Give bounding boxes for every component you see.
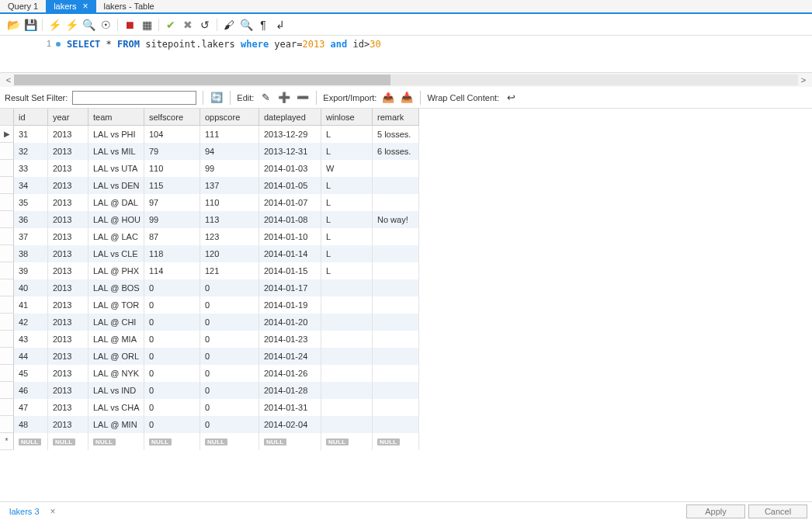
- cell-null[interactable]: NULL: [48, 433, 88, 450]
- cell[interactable]: 0: [200, 296, 259, 314]
- cell[interactable]: 39: [14, 262, 48, 279]
- table-row[interactable]: 322013LAL vs MIL79942013-12-31L6 losses.: [14, 143, 419, 160]
- cell[interactable]: [373, 160, 419, 177]
- cell[interactable]: 34: [14, 177, 48, 194]
- cell[interactable]: 2013-12-31: [259, 143, 321, 160]
- cell-null[interactable]: NULL: [200, 433, 259, 450]
- cell[interactable]: 2013: [48, 331, 88, 348]
- new-row[interactable]: NULLNULLNULLNULLNULLNULLNULLNULL: [14, 433, 419, 450]
- table-row[interactable]: 442013LAL @ ORL002014-01-24: [14, 348, 419, 365]
- result-tab[interactable]: lakers 3: [5, 505, 44, 518]
- cell[interactable]: 0: [200, 399, 259, 416]
- insert-row-icon[interactable]: ➕: [277, 91, 291, 105]
- cell[interactable]: [321, 365, 373, 382]
- cell[interactable]: LAL @ BOS: [88, 279, 144, 296]
- cell[interactable]: 2013: [48, 160, 88, 177]
- cell-null[interactable]: NULL: [259, 433, 321, 450]
- cell[interactable]: LAL @ MIN: [88, 416, 144, 433]
- table-row[interactable]: 422013LAL @ CHI002014-01-20: [14, 314, 419, 331]
- delete-row-icon[interactable]: ➖: [296, 91, 310, 105]
- edit-row-icon[interactable]: ✎: [259, 91, 272, 105]
- cell[interactable]: 2013: [48, 245, 88, 262]
- explain-icon[interactable]: ☉: [99, 18, 113, 32]
- cell[interactable]: 2014-01-14: [259, 245, 321, 262]
- cell[interactable]: 46: [14, 382, 48, 399]
- cell[interactable]: LAL vs UTA: [88, 160, 144, 177]
- cell[interactable]: LAL @ LAC: [88, 228, 144, 245]
- export-icon[interactable]: 📤: [381, 91, 395, 105]
- rowhead[interactable]: [0, 177, 14, 194]
- cell[interactable]: 2014-01-07: [259, 194, 321, 211]
- cell[interactable]: [373, 245, 419, 262]
- cell[interactable]: 2013: [48, 399, 88, 416]
- cell[interactable]: LAL @ CHI: [88, 314, 144, 331]
- refresh-icon[interactable]: 🔄: [210, 91, 224, 105]
- cell[interactable]: [321, 296, 373, 314]
- wrapping-icon[interactable]: ↲: [273, 18, 287, 32]
- cell-null[interactable]: NULL: [373, 433, 419, 450]
- cell[interactable]: 2013: [48, 211, 88, 228]
- rowhead[interactable]: [0, 160, 14, 177]
- cell[interactable]: 2014-01-24: [259, 348, 321, 365]
- cell[interactable]: [373, 194, 419, 211]
- execute-script-icon[interactable]: ⚡: [64, 18, 78, 32]
- cell[interactable]: [321, 279, 373, 296]
- table-row[interactable]: 482013LAL @ MIN002014-02-04: [14, 416, 419, 433]
- cell[interactable]: 87: [144, 228, 200, 245]
- rowhead[interactable]: [0, 348, 14, 365]
- cell[interactable]: [373, 314, 419, 331]
- cell[interactable]: 40: [14, 279, 48, 296]
- cell[interactable]: 45: [14, 365, 48, 382]
- cell[interactable]: 43: [14, 331, 48, 348]
- table-row[interactable]: 452013LAL @ NYK002014-01-26: [14, 365, 419, 382]
- rowhead[interactable]: [0, 245, 14, 262]
- cell[interactable]: 2013: [48, 228, 88, 245]
- cell[interactable]: LAL @ TOR: [88, 296, 144, 314]
- open-icon[interactable]: 📂: [6, 18, 20, 32]
- editor-tab[interactable]: Query 1: [0, 0, 46, 12]
- cell[interactable]: L: [321, 262, 373, 279]
- autocommit-icon[interactable]: ↺: [198, 18, 212, 32]
- cell[interactable]: [373, 382, 419, 399]
- cell[interactable]: 0: [144, 365, 200, 382]
- cell[interactable]: [373, 416, 419, 433]
- cell-null[interactable]: NULL: [88, 433, 144, 450]
- cell[interactable]: 0: [144, 382, 200, 399]
- cell[interactable]: LAL vs IND: [88, 382, 144, 399]
- cell[interactable]: 111: [200, 126, 259, 143]
- cell-null[interactable]: NULL: [14, 433, 48, 450]
- cell[interactable]: 2013: [48, 416, 88, 433]
- close-result-icon[interactable]: ×: [47, 506, 59, 517]
- cell[interactable]: LAL @ DAL: [88, 194, 144, 211]
- cell[interactable]: 38: [14, 245, 48, 262]
- column-header[interactable]: winlose: [321, 109, 373, 125]
- cell[interactable]: 2014-01-03: [259, 160, 321, 177]
- cell[interactable]: 2014-02-04: [259, 416, 321, 433]
- cell[interactable]: 115: [144, 177, 200, 194]
- cell[interactable]: 0: [144, 348, 200, 365]
- find-icon[interactable]: 🔍: [239, 18, 253, 32]
- cell[interactable]: 94: [200, 143, 259, 160]
- cell[interactable]: 2013: [48, 296, 88, 314]
- cell[interactable]: LAL @ HOU: [88, 211, 144, 228]
- cell[interactable]: [373, 399, 419, 416]
- apply-button[interactable]: Apply: [686, 504, 745, 518]
- cell[interactable]: 0: [200, 331, 259, 348]
- cell[interactable]: 35: [14, 194, 48, 211]
- editor-tab[interactable]: lakers - Table: [96, 0, 162, 12]
- cell[interactable]: 0: [144, 314, 200, 331]
- filter-input[interactable]: [72, 91, 196, 105]
- cell[interactable]: 113: [200, 211, 259, 228]
- cell[interactable]: LAL vs DEN: [88, 177, 144, 194]
- wrap-cell-icon[interactable]: ↩: [504, 91, 518, 105]
- cell[interactable]: L: [321, 245, 373, 262]
- cell[interactable]: [373, 177, 419, 194]
- table-row[interactable]: 412013LAL @ TOR002014-01-19: [14, 296, 419, 314]
- cell[interactable]: 2013: [48, 126, 88, 143]
- save-icon[interactable]: 💾: [23, 18, 37, 32]
- cell[interactable]: 114: [144, 262, 200, 279]
- cell[interactable]: 2014-01-28: [259, 382, 321, 399]
- cell[interactable]: 97: [144, 194, 200, 211]
- gridresults-icon[interactable]: ▦: [140, 18, 154, 32]
- cell[interactable]: 36: [14, 211, 48, 228]
